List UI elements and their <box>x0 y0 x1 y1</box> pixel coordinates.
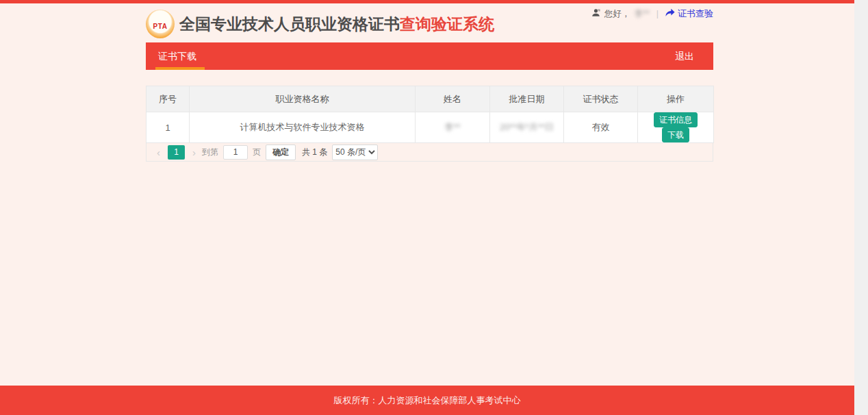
content-area: 序号 职业资格名称 姓名 批准日期 证书状态 操作 1 计算机技术与软件专业技术… <box>146 86 713 162</box>
confirm-button[interactable]: 确定 <box>266 144 296 160</box>
pta-logo-text: PTA <box>153 23 168 30</box>
table-row: 1 计算机技术与软件专业技术资格 李** 20**年*月**日 有效 证书信息 … <box>146 112 714 143</box>
vertical-scrollbar[interactable] <box>854 0 868 415</box>
user-icon <box>591 8 600 19</box>
logout-button[interactable]: 退出 <box>675 42 694 70</box>
cell-status: 有效 <box>564 112 638 143</box>
page: 您好， 李** | 证书查验 PTA 全国专业技术人员职业资格证书查询验证系统 … <box>0 0 868 415</box>
goto-suffix-label: 页 <box>253 147 261 158</box>
page-size-select[interactable]: 50 条/页 <box>332 144 378 160</box>
copyright-text: 版权所有：人力资源和社会保障部人事考试中心 <box>334 394 521 407</box>
main-navbar: 证书下载 退出 <box>146 42 713 70</box>
tab-certificate-download[interactable]: 证书下载 <box>158 42 196 70</box>
site-title-suffix: 查询验证系统 <box>400 15 494 33</box>
certificate-verify-link[interactable]: 证书查验 <box>665 8 713 20</box>
site-title: 全国专业技术人员职业资格证书查询验证系统 <box>179 14 494 35</box>
next-page-icon[interactable]: › <box>191 147 197 158</box>
current-page-button[interactable]: 1 <box>168 145 185 160</box>
site-title-main: 全国专业技术人员职业资格证书 <box>179 15 400 33</box>
top-accent-bar <box>0 0 854 3</box>
header-name: 姓名 <box>416 86 490 112</box>
pta-logo: PTA <box>146 10 175 38</box>
cell-approval-date: 20**年*月**日 <box>490 112 564 143</box>
active-tab-underline <box>155 67 205 70</box>
goto-page-input[interactable] <box>223 145 248 160</box>
cell-name: 李** <box>416 112 490 143</box>
share-arrow-icon <box>665 8 675 19</box>
prev-page-icon[interactable]: ‹ <box>155 147 162 158</box>
verify-link-label: 证书查验 <box>678 8 713 20</box>
header-approval-date: 批准日期 <box>490 86 564 112</box>
cell-index: 1 <box>146 112 190 143</box>
certificate-table: 序号 职业资格名称 姓名 批准日期 证书状态 操作 1 计算机技术与软件专业技术… <box>146 86 714 143</box>
table-header-row: 序号 职业资格名称 姓名 批准日期 证书状态 操作 <box>146 86 714 112</box>
header-qualification: 职业资格名称 <box>190 86 416 112</box>
download-button[interactable]: 下载 <box>662 127 689 142</box>
header-index: 序号 <box>146 86 190 112</box>
footer-bar: 版权所有：人力资源和社会保障部人事考试中心 <box>0 386 854 415</box>
date-redacted: 20**年*月**日 <box>500 122 554 132</box>
pagination-bar: ‹ 1 › 到第 页 确定 共 1 条 50 条/页 <box>146 143 713 162</box>
total-count-label: 共 1 条 <box>302 147 327 158</box>
certificate-info-button[interactable]: 证书信息 <box>654 112 698 127</box>
goto-prefix-label: 到第 <box>202 147 218 158</box>
user-name-redacted: 李** <box>635 8 650 20</box>
header-status: 证书状态 <box>564 86 638 112</box>
cell-operation: 证书信息 下载 <box>638 112 714 143</box>
header-operation: 操作 <box>638 86 714 112</box>
name-redacted: 李** <box>444 122 460 132</box>
greeting-text: 您好， <box>604 8 630 20</box>
cell-qualification: 计算机技术与软件专业技术资格 <box>190 112 416 143</box>
brand-header: PTA 全国专业技术人员职业资格证书查询验证系统 <box>146 10 494 38</box>
separator: | <box>656 9 659 18</box>
